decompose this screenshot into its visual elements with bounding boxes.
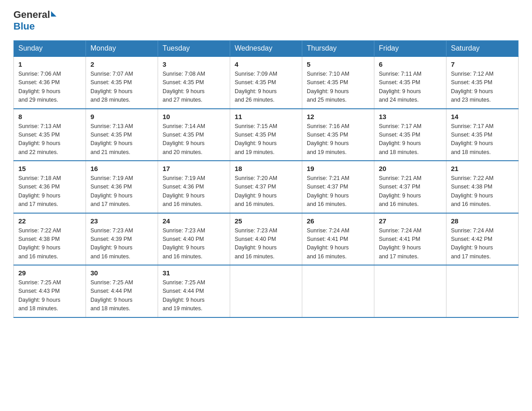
calendar-cell: 6Sunrise: 7:11 AMSunset: 4:35 PMDaylight… [374, 56, 446, 109]
day-number: 21 [451, 165, 514, 172]
calendar-cell: 20Sunrise: 7:21 AMSunset: 4:37 PMDayligh… [374, 161, 446, 213]
calendar-cell: 10Sunrise: 7:14 AMSunset: 4:35 PMDayligh… [158, 109, 230, 161]
calendar-cell: 16Sunrise: 7:19 AMSunset: 4:36 PMDayligh… [86, 161, 158, 213]
day-info: Sunrise: 7:22 AMSunset: 4:38 PMDaylight:… [18, 227, 81, 261]
header-saturday: Saturday [446, 41, 519, 57]
weekday-header-row: SundayMondayTuesdayWednesdayThursdayFrid… [14, 41, 519, 57]
day-number: 25 [235, 217, 297, 225]
header-wednesday: Wednesday [230, 41, 302, 57]
calendar-cell: 7Sunrise: 7:12 AMSunset: 4:35 PMDaylight… [446, 56, 519, 109]
day-number: 24 [163, 217, 225, 225]
week-row-5: 29Sunrise: 7:25 AMSunset: 4:43 PMDayligh… [14, 265, 519, 317]
calendar-cell: 3Sunrise: 7:08 AMSunset: 4:35 PMDaylight… [158, 56, 230, 109]
calendar-cell: 24Sunrise: 7:23 AMSunset: 4:40 PMDayligh… [158, 213, 230, 265]
day-info: Sunrise: 7:16 AMSunset: 4:35 PMDaylight:… [307, 122, 369, 157]
day-info: Sunrise: 7:24 AMSunset: 4:42 PMDaylight:… [451, 227, 514, 261]
calendar-cell: 12Sunrise: 7:16 AMSunset: 4:35 PMDayligh… [302, 109, 374, 161]
day-number: 3 [163, 60, 225, 68]
day-number: 5 [307, 60, 369, 68]
calendar-cell: 17Sunrise: 7:19 AMSunset: 4:36 PMDayligh… [158, 161, 230, 213]
day-info: Sunrise: 7:22 AMSunset: 4:38 PMDaylight:… [451, 174, 514, 209]
logo-blue: Blue [13, 21, 35, 32]
calendar-cell: 15Sunrise: 7:18 AMSunset: 4:36 PMDayligh… [14, 161, 86, 213]
day-number: 31 [163, 269, 225, 277]
day-number: 17 [163, 165, 225, 172]
day-info: Sunrise: 7:13 AMSunset: 4:35 PMDaylight:… [90, 122, 153, 157]
calendar-cell: 21Sunrise: 7:22 AMSunset: 4:38 PMDayligh… [446, 161, 519, 213]
calendar-cell: 25Sunrise: 7:23 AMSunset: 4:40 PMDayligh… [230, 213, 302, 265]
day-number: 9 [90, 113, 153, 120]
day-info: Sunrise: 7:24 AMSunset: 4:41 PMDaylight:… [307, 227, 369, 261]
calendar-cell: 26Sunrise: 7:24 AMSunset: 4:41 PMDayligh… [302, 213, 374, 265]
day-info: Sunrise: 7:20 AMSunset: 4:37 PMDaylight:… [235, 174, 297, 209]
calendar-cell: 2Sunrise: 7:07 AMSunset: 4:35 PMDaylight… [86, 56, 158, 109]
day-number: 1 [18, 60, 81, 68]
day-info: Sunrise: 7:17 AMSunset: 4:35 PMDaylight:… [451, 122, 514, 157]
calendar-cell: 14Sunrise: 7:17 AMSunset: 4:35 PMDayligh… [446, 109, 519, 161]
week-row-1: 1Sunrise: 7:06 AMSunset: 4:36 PMDaylight… [14, 56, 519, 109]
calendar-cell [374, 265, 446, 317]
day-info: Sunrise: 7:21 AMSunset: 4:37 PMDaylight:… [307, 174, 369, 209]
header-tuesday: Tuesday [158, 41, 230, 57]
logo: General Blue [13, 9, 56, 32]
day-info: Sunrise: 7:06 AMSunset: 4:36 PMDaylight:… [18, 70, 81, 105]
day-info: Sunrise: 7:23 AMSunset: 4:40 PMDaylight:… [235, 227, 297, 261]
calendar-cell: 22Sunrise: 7:22 AMSunset: 4:38 PMDayligh… [14, 213, 86, 265]
day-number: 13 [379, 113, 442, 120]
day-number: 27 [379, 217, 442, 225]
day-info: Sunrise: 7:14 AMSunset: 4:35 PMDaylight:… [163, 122, 225, 157]
day-number: 11 [235, 113, 297, 120]
day-number: 18 [235, 165, 297, 172]
calendar-cell: 8Sunrise: 7:13 AMSunset: 4:35 PMDaylight… [14, 109, 86, 161]
calendar-cell [230, 265, 302, 317]
calendar-cell: 27Sunrise: 7:24 AMSunset: 4:41 PMDayligh… [374, 213, 446, 265]
day-info: Sunrise: 7:24 AMSunset: 4:41 PMDaylight:… [379, 227, 442, 261]
day-info: Sunrise: 7:23 AMSunset: 4:39 PMDaylight:… [90, 227, 153, 261]
day-info: Sunrise: 7:19 AMSunset: 4:36 PMDaylight:… [90, 174, 153, 209]
day-info: Sunrise: 7:25 AMSunset: 4:43 PMDaylight:… [18, 278, 81, 313]
calendar-cell: 1Sunrise: 7:06 AMSunset: 4:36 PMDaylight… [14, 56, 86, 109]
calendar-cell: 18Sunrise: 7:20 AMSunset: 4:37 PMDayligh… [230, 161, 302, 213]
day-number: 14 [451, 113, 514, 120]
calendar-cell: 28Sunrise: 7:24 AMSunset: 4:42 PMDayligh… [446, 213, 519, 265]
day-info: Sunrise: 7:07 AMSunset: 4:35 PMDaylight:… [90, 70, 153, 105]
calendar-cell: 5Sunrise: 7:10 AMSunset: 4:35 PMDaylight… [302, 56, 374, 109]
day-info: Sunrise: 7:19 AMSunset: 4:36 PMDaylight:… [163, 174, 225, 209]
week-row-4: 22Sunrise: 7:22 AMSunset: 4:38 PMDayligh… [14, 213, 519, 265]
day-number: 15 [18, 165, 81, 172]
calendar-cell: 30Sunrise: 7:25 AMSunset: 4:44 PMDayligh… [86, 265, 158, 317]
logo-general: General [13, 9, 50, 21]
calendar-cell [446, 265, 519, 317]
day-number: 12 [307, 113, 369, 120]
day-info: Sunrise: 7:09 AMSunset: 4:35 PMDaylight:… [235, 70, 297, 105]
day-number: 6 [379, 60, 442, 68]
day-number: 8 [18, 113, 81, 120]
day-info: Sunrise: 7:18 AMSunset: 4:36 PMDaylight:… [18, 174, 81, 209]
header-thursday: Thursday [302, 41, 374, 57]
day-number: 4 [235, 60, 297, 68]
day-info: Sunrise: 7:17 AMSunset: 4:35 PMDaylight:… [379, 122, 442, 157]
day-number: 10 [163, 113, 225, 120]
day-number: 29 [18, 269, 81, 277]
header-sunday: Sunday [14, 41, 86, 57]
day-number: 22 [18, 217, 81, 225]
day-number: 26 [307, 217, 369, 225]
day-number: 28 [451, 217, 514, 225]
calendar-cell: 19Sunrise: 7:21 AMSunset: 4:37 PMDayligh… [302, 161, 374, 213]
day-number: 23 [90, 217, 153, 225]
day-info: Sunrise: 7:12 AMSunset: 4:35 PMDaylight:… [451, 70, 514, 105]
calendar-cell [302, 265, 374, 317]
day-info: Sunrise: 7:08 AMSunset: 4:35 PMDaylight:… [163, 70, 225, 105]
week-row-2: 8Sunrise: 7:13 AMSunset: 4:35 PMDaylight… [14, 109, 519, 161]
day-number: 30 [90, 269, 153, 277]
week-row-3: 15Sunrise: 7:18 AMSunset: 4:36 PMDayligh… [14, 161, 519, 213]
day-info: Sunrise: 7:25 AMSunset: 4:44 PMDaylight:… [90, 278, 153, 313]
calendar-cell: 4Sunrise: 7:09 AMSunset: 4:35 PMDaylight… [230, 56, 302, 109]
day-number: 7 [451, 60, 514, 68]
calendar-table: SundayMondayTuesdayWednesdayThursdayFrid… [13, 40, 519, 318]
page-header: General Blue [13, 9, 519, 32]
calendar-cell: 31Sunrise: 7:25 AMSunset: 4:44 PMDayligh… [158, 265, 230, 317]
calendar-cell: 29Sunrise: 7:25 AMSunset: 4:43 PMDayligh… [14, 265, 86, 317]
calendar-cell: 13Sunrise: 7:17 AMSunset: 4:35 PMDayligh… [374, 109, 446, 161]
day-info: Sunrise: 7:13 AMSunset: 4:35 PMDaylight:… [18, 122, 81, 157]
